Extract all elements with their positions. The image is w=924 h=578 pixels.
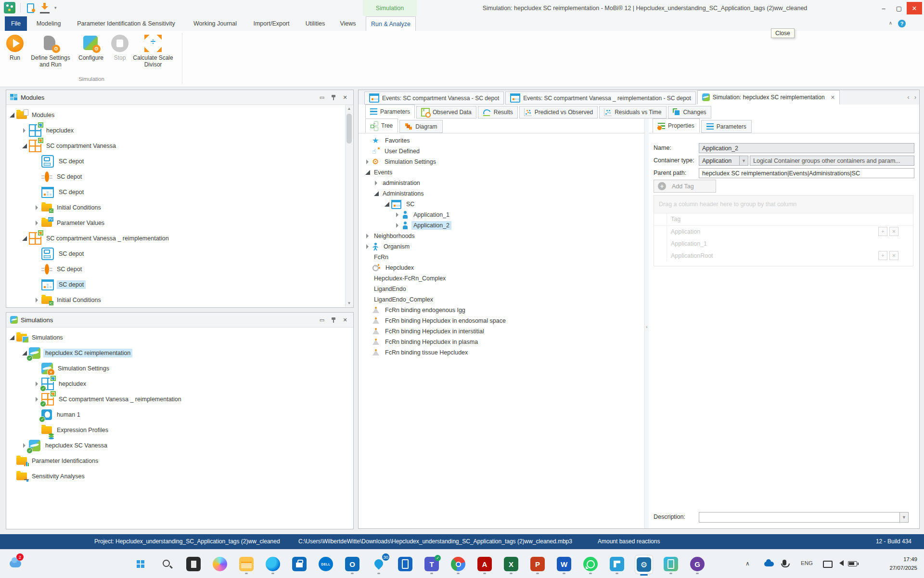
save-project-icon[interactable]	[40, 2, 50, 13]
excel-button[interactable]	[503, 556, 519, 572]
tree-item-ligandendo-complex[interactable]: LigandEndo_Complex	[359, 294, 644, 305]
open-project-icon[interactable]	[26, 3, 35, 13]
description-field[interactable]	[699, 512, 900, 523]
collapse-icon[interactable]	[364, 168, 372, 177]
tag-row-application-1[interactable]: Application_1	[654, 237, 913, 250]
define-settings-and-run-button[interactable]: Define Settings and Run	[27, 33, 74, 68]
tree-item-parameter-values[interactable]: Parameter Values	[7, 215, 353, 231]
add-tag-row-icon[interactable]: +	[878, 251, 887, 260]
modules-scrollbar[interactable]: ▲ ▼	[345, 105, 353, 307]
scroll-down-icon[interactable]: ▼	[346, 300, 353, 307]
tree-item-fcrn[interactable]: FcRn	[359, 252, 644, 263]
teams-button[interactable]	[424, 556, 439, 572]
tab-observed-data[interactable]: Observed Data	[416, 106, 476, 118]
tree-item-sc-depot-spatial[interactable]: SC depot	[7, 154, 353, 169]
tree-item-simulation-settings[interactable]: Simulation Settings	[7, 361, 353, 376]
tab-diagram[interactable]: Diagram	[399, 120, 442, 133]
tree-item-neighborhoods[interactable]: Neighborhoods	[359, 231, 644, 241]
quick-access-dropdown-icon[interactable]: ▾	[54, 5, 57, 10]
gitkraken-button[interactable]	[690, 556, 705, 572]
file-explorer-button[interactable]	[239, 556, 254, 572]
tree-item-reaction-endogenous-igg[interactable]: FcRn binding endogenous Igg	[359, 305, 644, 315]
language-indicator[interactable]: ENG	[801, 560, 813, 566]
tab-results[interactable]: Results	[478, 106, 518, 118]
battery-icon[interactable]	[848, 561, 857, 566]
doc-tab-simulation-hepcludex[interactable]: Simulation: hepcludex SC reimplementatio…	[697, 90, 840, 105]
tree-item-application-2[interactable]: Application_2	[359, 220, 644, 231]
phone-link-button[interactable]	[398, 556, 413, 572]
tag-row-application[interactable]: Application + ✕	[654, 225, 913, 237]
tree-item-sc-depot-events[interactable]: SC depot	[7, 184, 353, 200]
add-tag-row-icon[interactable]: +	[878, 227, 887, 236]
tree-item-organism[interactable]: Organism	[359, 241, 644, 252]
tree-item-ligandendo[interactable]: LigandEndo	[359, 284, 644, 294]
expand-icon[interactable]	[394, 221, 402, 230]
tab-run-analyze[interactable]: Run & Analyze	[366, 16, 416, 31]
collapse-pane-icon[interactable]: ‹	[645, 320, 649, 333]
tab-tree[interactable]: Tree	[365, 118, 398, 133]
tree-item-user-defined[interactable]: User Defined	[359, 146, 644, 157]
scroll-tabs-left-icon[interactable]: ‹	[907, 93, 909, 101]
tree-item-sc-depot-transport[interactable]: SC depot	[7, 169, 353, 184]
mail-button[interactable]: 30	[371, 556, 386, 572]
tag-column-header[interactable]: Tag	[667, 216, 913, 223]
collapse-icon[interactable]	[21, 141, 29, 151]
tree-item-hepcludex-fcrn-complex[interactable]: Hepcludex-FcRn_Complex	[359, 273, 644, 284]
tree-item-sc[interactable]: SC	[359, 199, 644, 210]
float-panel-icon[interactable]: ▭	[318, 315, 326, 324]
tree-item-hepcludex-module[interactable]: hepcludex	[7, 376, 353, 392]
pane-splitter[interactable]: ‹	[645, 118, 649, 528]
tree-item-hepcludex-module[interactable]: hepcludex	[7, 123, 353, 138]
tree-item-parameter-identifications[interactable]: Parameter Identifications	[7, 453, 353, 469]
close-panel-icon[interactable]: ✕	[341, 93, 349, 102]
tree-item-administrations[interactable]: Administrations	[359, 188, 644, 199]
tab-changes[interactable]: Changes	[668, 106, 711, 118]
mobi-app-icon[interactable]	[4, 2, 15, 13]
expand-icon[interactable]	[394, 210, 402, 220]
add-tag-button[interactable]: Add Tag	[654, 180, 716, 193]
tab-residuals-vs-time[interactable]: Residuals vs Time	[599, 106, 666, 118]
tab-parameters-right[interactable]: Parameters	[701, 120, 752, 133]
tab-working-journal[interactable]: Working Journal	[189, 16, 242, 31]
close-panel-icon[interactable]: ✕	[341, 315, 349, 324]
tree-item-hepcludex-sc-vanessa[interactable]: hepcludex SC Vanessa	[7, 438, 353, 453]
parent-path-field[interactable]: hepcludex SC reimplementation|Events|Adm…	[699, 168, 914, 178]
tree-item-simulation-settings[interactable]: Simulation Settings	[359, 157, 644, 167]
expand-icon[interactable]	[373, 178, 381, 188]
expand-icon[interactable]	[34, 203, 41, 212]
collapse-icon[interactable]	[9, 110, 16, 120]
clock[interactable]: 17:49 27/07/2025	[889, 555, 917, 573]
tree-item-reaction-endosomal[interactable]: FcRn binding Hepcludex in endosomal spac…	[359, 315, 644, 326]
collapse-icon[interactable]	[373, 189, 381, 198]
tree-item-sc-depot-events-selected[interactable]: SC depot	[7, 277, 353, 292]
name-field[interactable]: Application_2	[699, 143, 914, 153]
tree-item-favorites[interactable]: Favorites	[359, 135, 644, 146]
expand-icon[interactable]	[364, 157, 372, 167]
tab-file[interactable]: File	[5, 16, 27, 31]
volume-icon[interactable]	[836, 560, 844, 566]
mobi-taskbar-button[interactable]	[635, 555, 653, 574]
run-button[interactable]: Run	[3, 33, 27, 68]
tab-views[interactable]: Views	[336, 16, 360, 31]
acrobat-button[interactable]	[477, 556, 492, 572]
tree-item-administration[interactable]: administration	[359, 178, 644, 188]
tab-import-export[interactable]: Import/Export	[248, 16, 295, 31]
tree-item-sc-compartment-vanessa-reimplementation[interactable]: SC compartment Vanessa _ reimplementatio…	[7, 231, 353, 246]
search-button[interactable]	[159, 556, 175, 572]
chevron-down-icon[interactable]: ▼	[900, 512, 909, 523]
widgets-button[interactable]: 2	[8, 555, 25, 573]
expand-icon[interactable]	[364, 242, 372, 251]
float-panel-icon[interactable]: ▭	[318, 93, 326, 102]
tree-item-hepcludex-molecule[interactable]: Hepcludex	[359, 263, 644, 273]
remove-tag-row-icon[interactable]: ✕	[889, 251, 898, 260]
calculate-scale-divisor-button[interactable]: Calculate Scale Divisor	[132, 33, 174, 68]
microsoft-store-button[interactable]	[292, 556, 307, 572]
outlook-button[interactable]	[345, 556, 360, 572]
configure-button[interactable]: Configure	[74, 33, 108, 68]
edge-button[interactable]	[265, 556, 281, 572]
pin-panel-icon[interactable]	[329, 93, 338, 102]
tree-item-application-1[interactable]: Application_1	[359, 210, 644, 220]
tree-item-sc-compartment-module[interactable]: SC compartment Vanessa _ reimplementatio…	[7, 392, 353, 407]
tab-predicted-vs-observed[interactable]: Predicted vs Observed	[519, 106, 598, 118]
tree-item-events[interactable]: Events	[359, 167, 644, 178]
